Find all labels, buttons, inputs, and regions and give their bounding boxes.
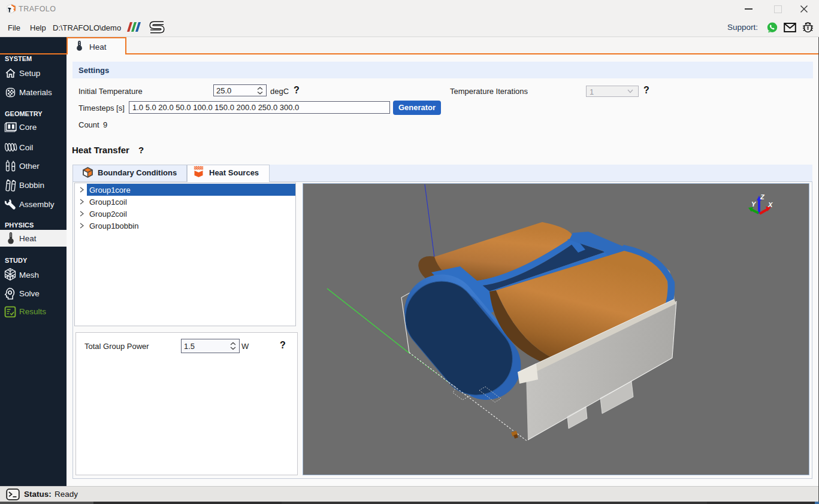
svg-text:Y: Y	[751, 201, 757, 208]
svg-text:Z: Z	[760, 193, 765, 201]
svg-text:X: X	[767, 201, 773, 208]
